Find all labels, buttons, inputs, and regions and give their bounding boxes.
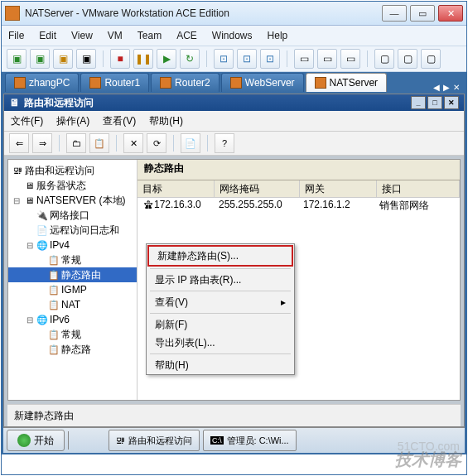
separator [150,313,291,314]
mmc-minimize-button[interactable]: _ [411,96,426,109]
route-icon: 🛣 [142,199,154,210]
forward-icon[interactable]: ⇒ [32,133,52,153]
collapse-icon[interactable]: ⊟ [25,241,35,250]
tree-ipv6[interactable]: ⊟🌐IPv6 [8,312,137,327]
up-icon[interactable]: 🗀 [66,133,86,153]
rras-icon: 🖳 [116,435,125,445]
tree-ipv4-nat[interactable]: 📋NAT [8,297,137,312]
ctx-export-list[interactable]: 导出列表(L)... [147,334,294,352]
tree-root[interactable]: 🖳路由和远程访问 [8,163,137,178]
status-text: 新建静态路由 [14,409,74,423]
mmc-menu-file[interactable]: 文件(F) [11,114,43,128]
netif-icon: 🔌 [36,209,48,221]
tree-ipv6-static-routes[interactable]: 📋静态路 [8,342,137,357]
menu-team[interactable]: Team [138,30,162,41]
delete-icon[interactable]: ✕ [123,133,143,153]
refresh-icon[interactable]: ⟳ [147,133,166,153]
ctx-view[interactable]: 查看(V)▸ [147,293,294,311]
general-icon: 📋 [48,254,60,266]
stop-icon[interactable]: ■ [110,49,130,69]
props-icon[interactable]: 📋 [89,133,109,153]
mmc-menu-help[interactable]: 帮助(H) [149,114,183,128]
col-gateway[interactable]: 网关 [300,180,377,197]
tree-ipv6-general[interactable]: 📋常规 [8,327,137,342]
ctx-refresh[interactable]: 刷新(F) [147,315,294,334]
mmc-menu-view[interactable]: 查看(V) [103,114,136,128]
view-summary-icon[interactable]: ▭ [317,49,337,69]
fullscreen-icon[interactable]: ▢ [374,49,394,69]
back-icon[interactable]: ⇐ [9,133,29,153]
suspend-icon[interactable]: ▣ [53,49,73,69]
tree-ipv4-static-routes[interactable]: 📋静态路由 [8,267,137,282]
list-row[interactable]: 🛣172.16.3.0 255.255.255.0 172.16.1.2 销售部… [138,198,460,213]
separator [150,291,291,291]
separator [150,353,291,354]
col-target[interactable]: 目标 [138,180,215,197]
quickswitch-icon[interactable]: ▢ [398,49,417,69]
titlebar: NATServer - VMware Workstation ACE Editi… [2,2,466,26]
col-interface[interactable]: 接口 [377,180,460,197]
tree-remote-access-log[interactable]: 📄远程访问日志和 [8,223,137,238]
tab-prev-icon[interactable]: ◀ [433,83,440,92]
play-icon[interactable]: ▶ [157,49,176,69]
col-netmask[interactable]: 网络掩码 [215,180,300,197]
pause-icon[interactable]: ❚❚ [133,49,153,69]
mmc-menu-action[interactable]: 操作(A) [56,114,89,128]
menu-vm[interactable]: VM [108,30,123,41]
tab-next-icon[interactable]: ▶ [443,83,450,92]
taskbar-cmd[interactable]: C:\管理员: C:\Wi... [203,430,297,451]
close-button[interactable]: ✕ [438,5,463,22]
snapshot-icon[interactable]: ▣ [76,49,96,69]
menu-ace[interactable]: ACE [176,30,197,41]
tree-ipv4[interactable]: ⊟🌐IPv4 [8,238,137,252]
ipv4-icon: 🌐 [36,239,48,251]
menu-windows[interactable]: Windows [212,30,253,41]
power-off-icon[interactable]: ▣ [30,49,50,69]
mmc-close-button[interactable]: ✕ [444,96,459,109]
menu-edit[interactable]: Edit [39,30,56,41]
tree-ipv4-general[interactable]: 📋常规 [8,252,137,267]
tab-router2[interactable]: Router2 [151,73,220,92]
tab-webserver[interactable]: WebServer [221,73,304,92]
reset-icon[interactable]: ↻ [180,49,200,69]
menu-help[interactable]: Help [268,30,288,41]
tab-zhangpc[interactable]: zhangPC [5,73,79,92]
log-icon: 📄 [36,224,48,236]
export-icon[interactable]: 📄 [181,133,200,153]
tree-natserver[interactable]: ⊟🖥NATSERVER (本地) [8,193,137,208]
general-icon: 📋 [48,329,60,340]
collapse-icon[interactable]: ⊟ [12,196,22,205]
ctx-new-static-route[interactable]: 新建静态路由(S)... [147,245,293,267]
help-icon[interactable]: ? [215,133,234,153]
mmc-maximize-button[interactable]: □ [427,96,442,109]
separator [367,50,368,67]
ctx-show-ip-table[interactable]: 显示 IP 路由表(R)... [147,271,294,289]
snapshot-revert-icon[interactable]: ⊡ [237,49,257,69]
tree-server-status[interactable]: 🖥服务器状态 [8,178,137,193]
tab-router1[interactable]: Router1 [80,73,149,92]
start-button[interactable]: 开始 [7,430,65,451]
collapse-icon[interactable]: ⊟ [25,315,35,325]
unity-icon[interactable]: ▢ [421,49,441,69]
tab-natserver[interactable]: NATServer [306,73,387,92]
menu-file[interactable]: File [8,30,24,41]
minimize-button[interactable]: — [382,5,407,22]
snapshot-take-icon[interactable]: ⊡ [214,49,234,69]
view-console-icon[interactable]: ▭ [294,49,314,69]
cell-target: 🛣172.16.3.0 [138,198,214,213]
power-on-icon[interactable]: ▣ [7,49,27,69]
tab-close-icon[interactable]: ✕ [453,83,460,92]
ctx-help[interactable]: 帮助(H) [147,356,294,374]
separator [206,50,207,67]
maximize-button[interactable]: ▭ [410,5,435,22]
separator [287,50,287,67]
taskbar-rras[interactable]: 🖳路由和远程访问 [109,430,200,451]
tree-pane[interactable]: 🖳路由和远程访问 🖥服务器状态 ⊟🖥NATSERVER (本地) 🔌网络接口 📄… [8,160,138,400]
view-appliance-icon[interactable]: ▭ [340,49,360,69]
ipv6-icon: 🌐 [36,314,48,325]
cmd-icon: C:\ [210,436,224,445]
snapshot-manage-icon[interactable]: ⊡ [260,49,280,69]
menu-view[interactable]: View [71,30,93,41]
tree-ipv4-igmp[interactable]: 📋IGMP [8,282,137,297]
tree-network-interfaces[interactable]: 🔌网络接口 [8,208,137,223]
